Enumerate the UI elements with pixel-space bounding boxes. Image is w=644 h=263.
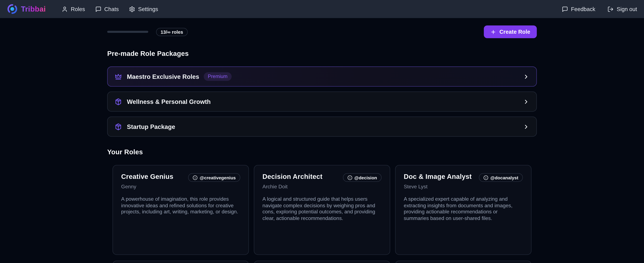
card-header: Creative Genius @creativegenius — [121, 173, 240, 182]
role-handle-badge[interactable]: @docanalyst — [479, 173, 523, 182]
create-role-label: Create Role — [500, 29, 530, 35]
signout-label: Sign out — [617, 6, 637, 12]
signout-button[interactable]: Sign out — [608, 6, 637, 12]
role-card-doc-image-analyst[interactable]: Doc & Image Analyst @docanalyst Steve Ly… — [395, 165, 532, 255]
role-card-creative-genius[interactable]: Creative Genius @creativegenius Genny A … — [112, 165, 249, 255]
feedback-label: Feedback — [571, 6, 595, 12]
chevron-right-icon — [523, 98, 530, 105]
role-title: Creative Genius — [121, 173, 173, 181]
role-description: A specialized expert capable of analyzin… — [404, 196, 523, 222]
info-icon — [483, 175, 488, 180]
role-title: Decision Architect — [262, 173, 322, 181]
nav-item-label: Chats — [104, 6, 119, 12]
roles-count-badge: 13/∞ roles — [156, 28, 188, 36]
card-header: Decision Architect @decision — [262, 173, 382, 182]
your-roles-section-title: Your Roles — [107, 148, 537, 156]
nav-item-chats[interactable]: Chats — [95, 6, 119, 12]
role-subtitle: Archie Doit — [262, 184, 382, 190]
gear-icon — [129, 6, 135, 12]
nav-item-settings[interactable]: Settings — [129, 6, 158, 12]
info-icon — [348, 175, 352, 180]
package-row-maestro[interactable]: Maestro Exclusive Roles Premium — [107, 66, 537, 86]
card-header: Doc & Image Analyst @docanalyst — [404, 173, 523, 182]
navbar-right: Feedback Sign out — [562, 6, 637, 12]
roles-progress-bar — [107, 31, 148, 33]
plus-icon — [490, 29, 496, 35]
roles-meter-row: 13/∞ roles Create Role — [107, 25, 537, 38]
role-handle-badge[interactable]: @decision — [343, 173, 382, 182]
brand-logo-icon — [7, 4, 18, 14]
role-card-partial[interactable] — [254, 261, 390, 263]
chat-bubble-icon — [95, 6, 102, 12]
crown-icon — [114, 73, 122, 80]
feedback-button[interactable]: Feedback — [562, 6, 595, 12]
package-row-startup[interactable]: Startup Package — [107, 117, 537, 137]
brand-logo[interactable]: Tribbai — [7, 4, 46, 14]
role-card-partial[interactable] — [395, 261, 532, 263]
nav-item-label: Settings — [138, 6, 158, 12]
package-label: Startup Package — [127, 123, 175, 130]
role-description: A powerhouse of imagination, this role p… — [121, 196, 240, 216]
package-row-wellness[interactable]: Wellness & Personal Growth — [107, 91, 537, 112]
role-cards-grid-partial — [107, 261, 537, 263]
role-description: A logical and structured guide that help… — [262, 196, 382, 222]
role-handle: @creativegenius — [200, 175, 236, 180]
chevron-right-icon — [523, 123, 530, 130]
create-role-button[interactable]: Create Role — [484, 25, 537, 38]
main-content: 13/∞ roles Create Role Pre-made Role Pac… — [107, 18, 537, 263]
package-box-icon — [114, 123, 122, 130]
package-label: Maestro Exclusive Roles — [127, 73, 199, 80]
role-card-partial[interactable] — [112, 261, 249, 263]
package-label: Wellness & Personal Growth — [127, 98, 211, 105]
user-icon — [62, 6, 68, 12]
role-cards-grid: Creative Genius @creativegenius Genny A … — [107, 165, 537, 255]
role-handle-badge[interactable]: @creativegenius — [188, 173, 240, 182]
role-title: Doc & Image Analyst — [404, 173, 472, 181]
role-handle: @docanalyst — [490, 175, 518, 180]
brand-name: Tribbai — [21, 5, 46, 13]
nav-item-label: Roles — [71, 6, 85, 12]
premium-badge: Premium — [204, 72, 232, 81]
role-subtitle: Steve Lyst — [404, 184, 523, 190]
package-box-icon — [114, 98, 122, 105]
page: Tribbai Roles Chats — [0, 0, 644, 263]
role-handle: @decision — [354, 175, 377, 180]
logout-icon — [608, 6, 614, 12]
packages-section-title: Pre-made Role Packages — [107, 50, 537, 57]
role-card-decision-architect[interactable]: Decision Architect @decision Archie Doit… — [254, 165, 390, 255]
nav-links: Roles Chats Settings — [62, 6, 158, 12]
role-subtitle: Genny — [121, 184, 240, 190]
feedback-bubble-icon — [562, 6, 568, 12]
chevron-right-icon — [523, 73, 530, 80]
info-icon — [193, 175, 198, 180]
navbar: Tribbai Roles Chats — [0, 0, 644, 18]
nav-item-roles[interactable]: Roles — [62, 6, 85, 12]
